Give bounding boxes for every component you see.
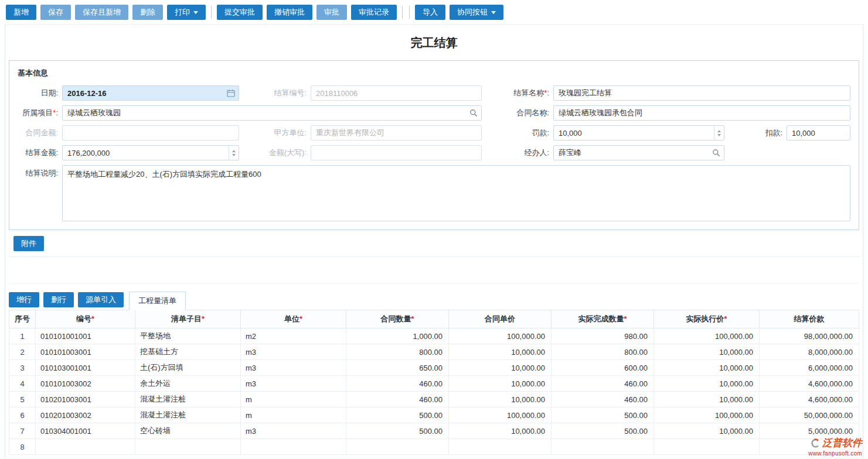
settlement-name-input[interactable] bbox=[553, 85, 850, 101]
cell-no[interactable]: 7 bbox=[9, 423, 36, 439]
save-and-new-button[interactable]: 保存且新增 bbox=[75, 5, 128, 20]
cell-settlement[interactable]: 8,000,000.00 bbox=[760, 344, 859, 360]
tab-quantity-list[interactable]: 工程量清单 bbox=[129, 292, 186, 310]
cell-actual_price[interactable]: 100,000.00 bbox=[654, 328, 760, 344]
cell-code[interactable] bbox=[36, 439, 135, 455]
cell-actual_qty[interactable]: 800.00 bbox=[552, 344, 654, 360]
cell-settlement[interactable] bbox=[760, 439, 859, 455]
contract-name-input[interactable] bbox=[553, 105, 850, 121]
cell-actual_price[interactable]: 10,000.00 bbox=[654, 376, 760, 392]
cell-code[interactable]: 010101003001 bbox=[36, 344, 135, 360]
approval-records-button[interactable]: 审批记录 bbox=[351, 5, 397, 20]
column-header-contract_qty[interactable]: 合同数量* bbox=[346, 310, 449, 328]
cell-item[interactable]: 平整场地 bbox=[135, 328, 241, 344]
column-header-no[interactable]: 序号 bbox=[9, 310, 36, 328]
cell-contract_price[interactable]: 10,000.00 bbox=[449, 360, 552, 376]
cell-code[interactable]: 010304001001 bbox=[36, 423, 135, 439]
import-button[interactable]: 导入 bbox=[415, 5, 445, 20]
stepper-up-icon[interactable] bbox=[232, 150, 236, 152]
penalty-input[interactable] bbox=[553, 125, 724, 141]
cell-unit[interactable]: m bbox=[241, 407, 346, 423]
stepper-up-icon[interactable] bbox=[717, 130, 721, 132]
cell-actual_price[interactable]: 10,000.00 bbox=[654, 423, 760, 439]
cell-actual_price[interactable]: 10,000.00 bbox=[654, 344, 760, 360]
cell-code[interactable]: 010201003001 bbox=[36, 392, 135, 407]
cell-contract_qty[interactable]: 650.00 bbox=[346, 360, 449, 376]
print-button[interactable]: 打印 bbox=[167, 5, 206, 20]
cell-settlement[interactable]: 4,600,000.00 bbox=[760, 376, 859, 392]
cell-actual_qty[interactable] bbox=[552, 439, 654, 455]
number-stepper[interactable] bbox=[229, 146, 239, 160]
column-header-actual_price[interactable]: 实际执行价* bbox=[654, 310, 760, 328]
cell-actual_qty[interactable]: 460.00 bbox=[552, 376, 654, 392]
stepper-down-icon[interactable] bbox=[232, 154, 236, 156]
cell-actual_qty[interactable]: 460.00 bbox=[552, 392, 654, 407]
cell-no[interactable]: 2 bbox=[9, 344, 36, 360]
column-header-actual_qty[interactable]: 实际完成数量* bbox=[552, 310, 654, 328]
cell-code[interactable]: 010101003002 bbox=[36, 376, 135, 392]
table-row[interactable]: 7010304001001空心砖墙m3500.0010,000.00500.00… bbox=[9, 423, 859, 439]
cell-actual_price[interactable]: 10,000.00 bbox=[654, 392, 760, 407]
cell-no[interactable]: 8 bbox=[9, 439, 36, 455]
stepper-down-icon[interactable] bbox=[717, 134, 721, 136]
handler-input[interactable] bbox=[553, 145, 724, 160]
cell-item[interactable]: 土(石)方回填 bbox=[135, 360, 241, 376]
cell-contract_price[interactable] bbox=[449, 439, 552, 455]
cell-unit[interactable]: m3 bbox=[241, 423, 346, 439]
cell-item[interactable]: 挖基础土方 bbox=[135, 344, 241, 360]
cell-no[interactable]: 5 bbox=[9, 392, 36, 407]
collaboration-button[interactable]: 协同按钮 bbox=[450, 5, 503, 20]
cell-unit[interactable]: m2 bbox=[241, 328, 346, 344]
cell-no[interactable]: 4 bbox=[9, 376, 36, 392]
cell-contract_qty[interactable]: 1,000.00 bbox=[346, 328, 449, 344]
cell-no[interactable]: 3 bbox=[9, 360, 36, 376]
delete-button[interactable]: 删除 bbox=[132, 5, 163, 20]
cell-settlement[interactable]: 5,000,000.00 bbox=[760, 423, 859, 439]
cell-contract_qty[interactable]: 460.00 bbox=[346, 392, 449, 407]
column-header-item[interactable]: 清单子目* bbox=[135, 310, 241, 328]
cell-code[interactable]: 010201003002 bbox=[36, 407, 135, 423]
column-header-unit[interactable]: 单位* bbox=[241, 310, 346, 328]
cell-contract_price[interactable]: 100,000.00 bbox=[449, 407, 552, 423]
column-header-code[interactable]: 编号* bbox=[36, 310, 135, 328]
table-row[interactable]: 3010103001001土(石)方回填m3650.0010,000.00600… bbox=[9, 360, 859, 376]
search-icon[interactable] bbox=[712, 149, 720, 157]
number-stepper[interactable] bbox=[714, 126, 724, 140]
cell-unit[interactable] bbox=[241, 439, 346, 455]
new-button[interactable]: 新增 bbox=[6, 5, 36, 20]
cell-settlement[interactable]: 6,000,000.00 bbox=[760, 360, 859, 376]
cell-settlement[interactable]: 50,000,000.00 bbox=[760, 407, 859, 423]
revoke-approval-button[interactable]: 撤销审批 bbox=[267, 5, 312, 20]
cell-unit[interactable]: m3 bbox=[241, 376, 346, 392]
cell-item[interactable]: 混凝土灌注桩 bbox=[135, 407, 241, 423]
table-row[interactable]: 8 bbox=[9, 439, 859, 455]
cell-contract_qty[interactable]: 800.00 bbox=[346, 344, 449, 360]
cell-unit[interactable]: m3 bbox=[241, 360, 346, 376]
table-row[interactable]: 1010101001001平整场地m21,000.00100,000.00980… bbox=[9, 328, 859, 344]
cell-contract_price[interactable]: 10,000.00 bbox=[449, 344, 552, 360]
attachment-button[interactable]: 附件 bbox=[13, 236, 44, 251]
cell-settlement[interactable]: 98,000,000.00 bbox=[760, 328, 859, 344]
cell-code[interactable]: 010103001001 bbox=[36, 360, 135, 376]
table-row[interactable]: 4010101003002余土外运m3460.0010,000.00460.00… bbox=[9, 376, 859, 392]
cell-contract_price[interactable]: 10,000.00 bbox=[449, 423, 552, 439]
cell-contract_price[interactable]: 10,000.00 bbox=[449, 392, 552, 407]
source-import-button[interactable]: 源单引入 bbox=[78, 292, 124, 307]
column-header-contract_price[interactable]: 合同单价 bbox=[449, 310, 552, 328]
project-input[interactable] bbox=[62, 105, 482, 121]
cell-actual_qty[interactable]: 500.00 bbox=[552, 407, 654, 423]
calendar-icon[interactable] bbox=[227, 89, 235, 97]
settlement-amount-input[interactable] bbox=[62, 145, 239, 160]
table-row[interactable]: 6010201003002混凝土灌注桩m500.00100,000.00500.… bbox=[9, 407, 859, 423]
submit-approval-button[interactable]: 提交审批 bbox=[217, 5, 263, 20]
cell-actual_qty[interactable]: 500.00 bbox=[552, 423, 654, 439]
approve-button[interactable]: 审批 bbox=[316, 5, 347, 20]
save-button[interactable]: 保存 bbox=[40, 5, 71, 20]
cell-contract_qty[interactable]: 460.00 bbox=[346, 376, 449, 392]
cell-item[interactable]: 余土外运 bbox=[135, 376, 241, 392]
cell-actual_price[interactable]: 100,000.00 bbox=[654, 407, 760, 423]
add-row-button[interactable]: 增行 bbox=[9, 292, 39, 307]
cell-actual_price[interactable] bbox=[654, 439, 760, 455]
cell-no[interactable]: 1 bbox=[9, 328, 36, 344]
cell-actual_qty[interactable]: 980.00 bbox=[552, 328, 654, 344]
